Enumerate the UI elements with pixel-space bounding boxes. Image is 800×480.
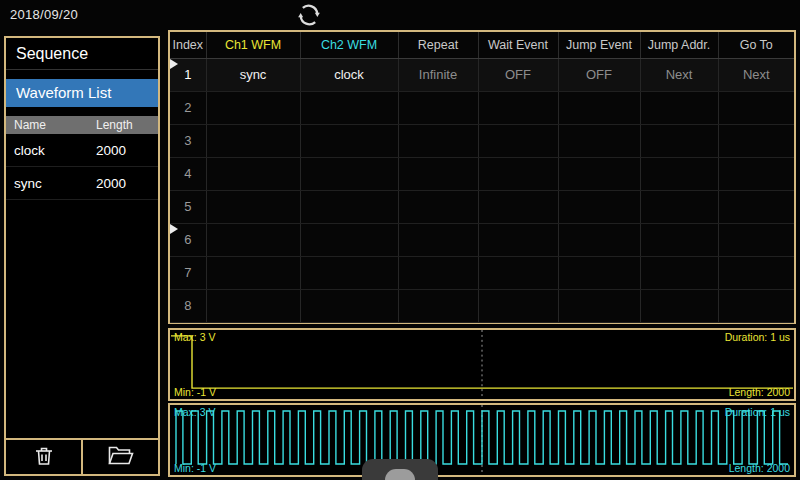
ch2-duration-label: Duration: 1 us bbox=[725, 406, 790, 418]
column-header-ch1-wfm: Ch1 WFM bbox=[206, 32, 300, 58]
cell-index[interactable]: 4 bbox=[170, 157, 206, 190]
sequence-table-header-row: IndexCh1 WFMCh2 WFMRepeatWait EventJump … bbox=[170, 32, 794, 58]
cell-repeat[interactable]: Infinite bbox=[398, 58, 478, 91]
cell-ch1_wfm[interactable]: sync bbox=[206, 58, 300, 91]
waveform-list-tab[interactable]: Waveform List bbox=[6, 79, 158, 107]
cell-index[interactable]: 8 bbox=[170, 289, 206, 322]
cell-jump_event[interactable] bbox=[558, 223, 640, 256]
cell-go_to[interactable] bbox=[718, 124, 794, 157]
cell-ch2_wfm[interactable] bbox=[300, 256, 398, 289]
cell-ch2_wfm[interactable] bbox=[300, 124, 398, 157]
cell-repeat[interactable] bbox=[398, 157, 478, 190]
cell-repeat[interactable] bbox=[398, 289, 478, 322]
waveform-list: clock2000sync2000 bbox=[6, 134, 158, 200]
sequence-row-7[interactable]: 7 bbox=[170, 256, 794, 289]
column-header-jump-event: Jump Event bbox=[558, 32, 640, 58]
cell-ch2_wfm[interactable] bbox=[300, 91, 398, 124]
waveform-name: sync bbox=[14, 167, 96, 199]
waveform-list-item-clock[interactable]: clock2000 bbox=[6, 134, 158, 167]
cell-jump_event[interactable] bbox=[558, 91, 640, 124]
length-column-header: Length bbox=[96, 116, 158, 134]
sequence-row-2[interactable]: 2 bbox=[170, 91, 794, 124]
ch1-min-label: Min: -1 V bbox=[174, 386, 216, 398]
cell-jump_event[interactable] bbox=[558, 256, 640, 289]
statusbar: 2018/09/20 bbox=[0, 0, 800, 30]
sequence-row-4[interactable]: 4 bbox=[170, 157, 794, 190]
column-header-index: Index bbox=[170, 32, 206, 58]
cell-wait_event[interactable] bbox=[478, 124, 558, 157]
ch2-min-label: Min: -1 V bbox=[174, 462, 216, 474]
cell-wait_event[interactable] bbox=[478, 223, 558, 256]
cell-repeat[interactable] bbox=[398, 124, 478, 157]
cell-ch1_wfm[interactable] bbox=[206, 289, 300, 322]
cell-go_to[interactable]: Next bbox=[718, 58, 794, 91]
cell-index[interactable]: 2 bbox=[170, 91, 206, 124]
cell-repeat[interactable] bbox=[398, 256, 478, 289]
sequence-row-5[interactable]: 5 bbox=[170, 190, 794, 223]
cell-go_to[interactable] bbox=[718, 289, 794, 322]
cell-go_to[interactable] bbox=[718, 223, 794, 256]
cell-jump_event[interactable] bbox=[558, 289, 640, 322]
sequence-table-body: 1syncclockInfiniteOFFOFFNextNext2345678 bbox=[170, 58, 794, 322]
cell-wait_event[interactable] bbox=[478, 157, 558, 190]
refresh-icon[interactable] bbox=[296, 2, 322, 28]
ch1-max-label: Max: 3 V bbox=[174, 331, 215, 343]
cell-wait_event[interactable]: OFF bbox=[478, 58, 558, 91]
ch2-max-label: Max: 3 V bbox=[174, 406, 215, 418]
cell-go_to[interactable] bbox=[718, 190, 794, 223]
cell-ch1_wfm[interactable] bbox=[206, 91, 300, 124]
waveform-list-item-sync[interactable]: sync2000 bbox=[6, 167, 158, 200]
sequence-row-8[interactable]: 8 bbox=[170, 289, 794, 322]
cell-ch2_wfm[interactable] bbox=[300, 223, 398, 256]
cell-ch1_wfm[interactable] bbox=[206, 223, 300, 256]
column-header-ch2-wfm: Ch2 WFM bbox=[300, 32, 398, 58]
cell-ch1_wfm[interactable] bbox=[206, 256, 300, 289]
column-header-go-to: Go To bbox=[718, 32, 794, 58]
cell-jump_event[interactable] bbox=[558, 157, 640, 190]
cell-repeat[interactable] bbox=[398, 223, 478, 256]
cell-wait_event[interactable] bbox=[478, 256, 558, 289]
cell-jump_addr[interactable]: Next bbox=[640, 58, 718, 91]
sequence-row-1[interactable]: 1syncclockInfiniteOFFOFFNextNext bbox=[170, 58, 794, 91]
cell-go_to[interactable] bbox=[718, 256, 794, 289]
cell-jump_event[interactable] bbox=[558, 190, 640, 223]
cell-go_to[interactable] bbox=[718, 157, 794, 190]
sidebar-title: Sequence bbox=[6, 38, 158, 70]
cell-repeat[interactable] bbox=[398, 190, 478, 223]
cell-jump_addr[interactable] bbox=[640, 91, 718, 124]
open-button[interactable] bbox=[83, 440, 158, 474]
cell-ch1_wfm[interactable] bbox=[206, 157, 300, 190]
waveform-list-header: Name Length bbox=[6, 116, 158, 134]
cell-jump_addr[interactable] bbox=[640, 190, 718, 223]
home-handle[interactable] bbox=[362, 459, 438, 480]
sequence-row-3[interactable]: 3 bbox=[170, 124, 794, 157]
cell-ch2_wfm[interactable]: clock bbox=[300, 58, 398, 91]
cell-wait_event[interactable] bbox=[478, 91, 558, 124]
cell-ch1_wfm[interactable] bbox=[206, 124, 300, 157]
sequence-table-panel: IndexCh1 WFMCh2 WFMRepeatWait EventJump … bbox=[168, 30, 796, 324]
sequence-row-6[interactable]: 6 bbox=[170, 223, 794, 256]
cell-repeat[interactable] bbox=[398, 91, 478, 124]
cell-jump_event[interactable]: OFF bbox=[558, 58, 640, 91]
cell-index[interactable]: 5 bbox=[170, 190, 206, 223]
cell-wait_event[interactable] bbox=[478, 190, 558, 223]
cell-index[interactable]: 3 bbox=[170, 124, 206, 157]
cell-jump_addr[interactable] bbox=[640, 157, 718, 190]
cell-wait_event[interactable] bbox=[478, 289, 558, 322]
cell-ch2_wfm[interactable] bbox=[300, 190, 398, 223]
cell-jump_addr[interactable] bbox=[640, 124, 718, 157]
ch1-length-label: Length: 2000 bbox=[729, 386, 790, 398]
cell-ch2_wfm[interactable] bbox=[300, 289, 398, 322]
delete-button[interactable] bbox=[6, 440, 83, 474]
cell-jump_addr[interactable] bbox=[640, 289, 718, 322]
cell-ch2_wfm[interactable] bbox=[300, 157, 398, 190]
cell-go_to[interactable] bbox=[718, 91, 794, 124]
sidebar-buttons bbox=[6, 438, 158, 474]
cell-ch1_wfm[interactable] bbox=[206, 190, 300, 223]
cell-jump_event[interactable] bbox=[558, 124, 640, 157]
cell-index[interactable]: 7 bbox=[170, 256, 206, 289]
ch1-waveform-plot bbox=[170, 330, 794, 399]
cell-jump_addr[interactable] bbox=[640, 256, 718, 289]
cell-jump_addr[interactable] bbox=[640, 223, 718, 256]
ch2-waveform-preview: Max: 3 V Duration: 1 us Min: -1 V Length… bbox=[168, 403, 796, 477]
